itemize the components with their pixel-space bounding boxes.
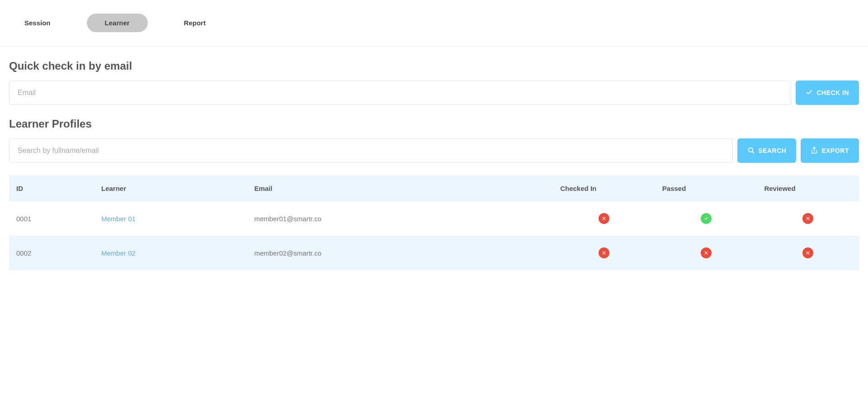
email-input[interactable] — [9, 81, 791, 105]
header-learner: Learner — [94, 176, 247, 201]
header-passed: Passed — [655, 176, 757, 201]
header-id: ID — [9, 176, 94, 201]
tabs-bar: Session Learner Report — [0, 0, 868, 46]
cell-id: 0001 — [9, 201, 94, 236]
export-button[interactable]: EXPORT — [801, 138, 859, 163]
search-icon — [747, 147, 755, 155]
search-button[interactable]: SEARCH — [737, 138, 796, 163]
x-icon — [701, 247, 712, 258]
x-icon — [599, 247, 609, 258]
cell-learner[interactable]: Member 02 — [94, 236, 247, 270]
cell-reviewed — [757, 236, 859, 270]
tab-report[interactable]: Report — [166, 14, 224, 32]
header-email: Email — [247, 176, 553, 201]
x-icon — [802, 247, 813, 258]
search-input[interactable] — [9, 138, 733, 163]
profiles-search-row: SEARCH EXPORT — [9, 138, 859, 163]
quick-checkin-title: Quick check in by email — [9, 60, 859, 72]
cell-passed — [655, 201, 757, 236]
check-icon — [701, 213, 712, 224]
learner-profiles-title: Learner Profiles — [9, 118, 859, 130]
cell-id: 0002 — [9, 236, 94, 270]
header-reviewed: Reviewed — [757, 176, 859, 201]
x-icon — [599, 213, 609, 224]
quick-checkin-row: CHECK IN — [9, 81, 859, 105]
header-checked-in: Checked In — [553, 176, 655, 201]
main-content: Quick check in by email CHECK IN Learner… — [0, 46, 868, 284]
tab-learner[interactable]: Learner — [87, 14, 148, 32]
check-icon — [806, 89, 813, 97]
export-label: EXPORT — [821, 147, 849, 154]
cell-reviewed — [757, 201, 859, 236]
cell-email: member02@smartr.co — [247, 236, 553, 270]
learner-table: ID Learner Email Checked In Passed Revie… — [9, 176, 859, 270]
svg-line-1 — [752, 152, 754, 153]
cell-email: member01@smartr.co — [247, 201, 553, 236]
search-label: SEARCH — [758, 147, 786, 154]
x-icon — [802, 213, 813, 224]
export-icon — [811, 147, 818, 155]
cell-checked-in — [553, 201, 655, 236]
checkin-label: CHECK IN — [816, 89, 849, 96]
table-row: 0001Member 01member01@smartr.co — [9, 201, 859, 236]
tab-session[interactable]: Session — [6, 14, 69, 32]
table-row: 0002Member 02member02@smartr.co — [9, 236, 859, 270]
table-header-row: ID Learner Email Checked In Passed Revie… — [9, 176, 859, 201]
cell-checked-in — [553, 236, 655, 270]
cell-passed — [655, 236, 757, 270]
cell-learner[interactable]: Member 01 — [94, 201, 247, 236]
checkin-button[interactable]: CHECK IN — [796, 81, 859, 105]
